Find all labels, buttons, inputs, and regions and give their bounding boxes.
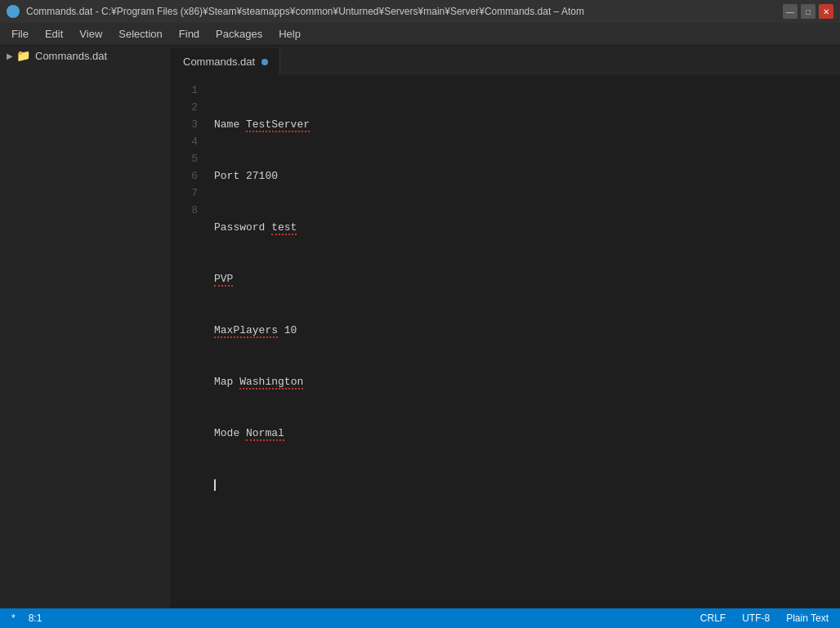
tab-bar: Commands.dat — [172, 46, 840, 75]
editor-content[interactable]: 1 2 3 4 5 6 7 8 Name TestServer Port 271… — [172, 75, 840, 608]
status-position[interactable]: 8:1 — [25, 612, 46, 624]
line-number-6: 6 — [172, 167, 198, 185]
menu-help[interactable]: Help — [270, 24, 309, 43]
sidebar: ▶ 📁 Commands.dat — [0, 46, 172, 608]
line-numbers: 1 2 3 4 5 6 7 8 — [172, 75, 204, 608]
menu-bar: File Edit View Selection Find Packages H… — [0, 23, 840, 46]
code-editor[interactable]: Name TestServer Port 27100 Password test… — [204, 75, 840, 608]
title-bar: Commands.dat - C:¥Program Files (x86)¥St… — [0, 0, 840, 23]
menu-edit[interactable]: Edit — [37, 24, 71, 43]
menu-file[interactable]: File — [3, 24, 37, 43]
line-number-5: 5 — [172, 150, 198, 167]
tab-label: Commands.dat — [183, 56, 255, 68]
squiggly-washington: Washington — [239, 376, 303, 390]
status-right: CRLF UTF-8 Plain Text — [697, 612, 832, 624]
line-number-2: 2 — [172, 99, 198, 116]
tab-commands-dat[interactable]: Commands.dat — [172, 47, 280, 75]
line-number-7: 7 — [172, 185, 198, 202]
sidebar-item-commands-dat[interactable]: ▶ 📁 Commands.dat — [0, 46, 171, 65]
code-line-8 — [214, 476, 840, 493]
squiggly-pvp: PVP — [214, 273, 233, 287]
line-number-8: 8 — [172, 202, 198, 219]
line-number-1: 1 — [172, 82, 198, 99]
menu-view[interactable]: View — [71, 24, 110, 43]
squiggly-normal: Normal — [246, 427, 284, 441]
folder-icon: 📁 — [16, 49, 30, 62]
sidebar-item-label: Commands.dat — [35, 50, 107, 62]
maximize-button[interactable]: □ — [801, 4, 815, 19]
squiggly-testserver: TestServer — [246, 118, 310, 132]
status-encoding[interactable]: UTF-8 — [739, 612, 773, 624]
code-line-6: Map Washington — [214, 373, 840, 390]
window-controls: — □ ✕ — [783, 4, 833, 19]
status-line-ending[interactable]: CRLF — [697, 612, 729, 624]
minimize-button[interactable]: — — [783, 4, 798, 19]
app-icon — [7, 5, 20, 18]
code-line-5: MaxPlayers 10 — [214, 322, 840, 339]
editor-area: Commands.dat 1 2 3 4 5 6 7 8 Name TestSe… — [172, 46, 840, 608]
window-title: Commands.dat - C:¥Program Files (x86)¥St… — [26, 6, 783, 17]
squiggly-maxplayers: MaxPlayers — [214, 324, 278, 338]
status-left: * 8:1 — [8, 612, 45, 624]
menu-find[interactable]: Find — [171, 24, 208, 43]
close-button[interactable]: ✕ — [819, 4, 833, 19]
code-line-2: Port 27100 — [214, 167, 840, 185]
status-asterisk[interactable]: * — [8, 612, 19, 624]
squiggly-test: test — [271, 221, 297, 235]
chevron-right-icon: ▶ — [7, 51, 13, 60]
code-line-7: Mode Normal — [214, 425, 840, 442]
line-number-4: 4 — [172, 133, 198, 150]
status-syntax[interactable]: Plain Text — [783, 612, 832, 624]
main-content: ▶ 📁 Commands.dat Commands.dat 1 2 3 4 5 … — [0, 46, 840, 608]
menu-packages[interactable]: Packages — [208, 24, 270, 43]
menu-selection[interactable]: Selection — [110, 24, 170, 43]
status-bar: * 8:1 CRLF UTF-8 Plain Text — [0, 608, 840, 628]
code-line-1: Name TestServer — [214, 116, 840, 133]
line-number-3: 3 — [172, 116, 198, 133]
code-line-4: PVP — [214, 270, 840, 287]
tab-modified-indicator — [261, 59, 268, 65]
code-line-3: Password test — [214, 219, 840, 236]
